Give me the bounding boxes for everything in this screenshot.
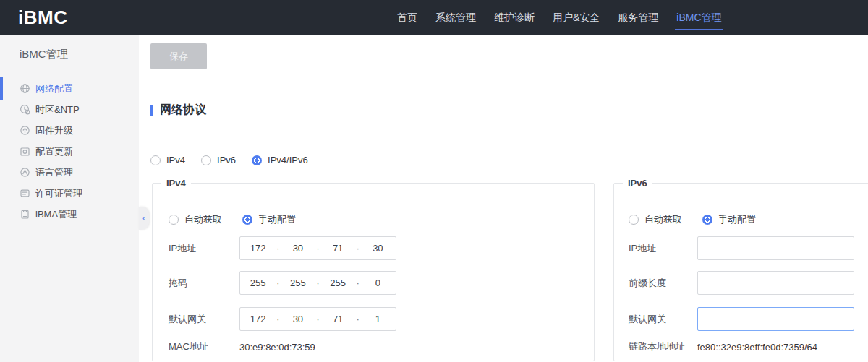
ipv6-ip-input[interactable] [697, 236, 854, 260]
radio-ipv6[interactable]: IPv6 [201, 155, 236, 165]
sidebar-menu: 网络配置 时区&NTP 固件升级 配置更新 语言管理 [0, 78, 139, 225]
ipv6-panel: IPv6 自动获取 手动配置 IP地址 前缀长度 默认网关 链路本地地址 fe8… [613, 178, 868, 361]
section-accent-bar [150, 105, 153, 116]
ipv4-ip-octet-2[interactable]: 30 [280, 243, 315, 254]
language-icon [20, 167, 30, 178]
ipv4-ip-label: IP地址 [169, 242, 239, 255]
nav-item-ibmc[interactable]: iBMC管理 [672, 0, 726, 35]
ipv4-ip-octet-4[interactable]: 30 [360, 243, 396, 254]
section-title: 网络协议 [160, 103, 206, 118]
nav-item-home[interactable]: 首页 [393, 0, 422, 35]
ipv6-link-local-label: 链路本地地址 [629, 340, 697, 353]
sidebar-item-label: 时区&NTP [35, 103, 80, 116]
ipv6-radio-auto[interactable]: 自动获取 [629, 213, 682, 226]
ipv6-radio-manual-circle[interactable] [702, 215, 712, 225]
sidebar-title: iBMC管理 [20, 48, 68, 61]
ipv4-gateway-octet-3[interactable]: 71 [320, 314, 356, 324]
ipv6-prefix-row: 前缀长度 [629, 271, 867, 295]
ipv4-mask-label: 掩码 [169, 277, 239, 290]
ipv6-link-local-row: 链路本地地址 fe80::32e9:8eff:fe0d:7359/64 [629, 340, 867, 353]
ipv6-link-local-value: fe80::32e9:8eff:fe0d:7359/64 [697, 342, 817, 353]
save-button[interactable]: 保存 [150, 43, 207, 69]
ipv4-ip-octet-1[interactable]: 172 [240, 243, 276, 254]
sidebar: iBMC管理 网络配置 时区&NTP 固件升级 配置更新 [0, 35, 139, 362]
ipv4-mode-radio-group: 自动获取 手动配置 [169, 213, 296, 226]
sidebar-item-config-update[interactable]: 配置更新 [0, 141, 139, 162]
radio-ipv4-circle[interactable] [150, 155, 161, 165]
radio-ipv4[interactable]: IPv4 [150, 155, 185, 165]
ipv4-ip-input[interactable]: 172 · 30 · 71 · 30 [239, 236, 396, 260]
ipv4-gateway-input[interactable]: 172 · 30 · 71 · 1 [239, 307, 396, 331]
ipv4-mac-label: MAC地址 [169, 340, 239, 353]
nav-item-service[interactable]: 服务管理 [613, 0, 663, 35]
sidebar-item-label: iBMA管理 [35, 208, 77, 221]
sidebar-item-label: 配置更新 [35, 145, 73, 158]
ipv4-mask-octet-2[interactable]: 255 [280, 277, 315, 288]
ipv4-mask-row: 掩码 255 · 255 · 255 · 0 [169, 271, 579, 295]
ipv4-mask-octet-4[interactable]: 0 [360, 277, 396, 288]
radio-ipv4-label: IPv4 [166, 155, 185, 165]
sidebar-item-language[interactable]: 语言管理 [0, 162, 139, 183]
ipv6-ip-label: IP地址 [629, 242, 697, 255]
ipv4-mask-input[interactable]: 255 · 255 · 255 · 0 [239, 271, 396, 295]
nav-item-system[interactable]: 系统管理 [431, 0, 480, 35]
globe-icon [20, 83, 30, 94]
ipv4-ip-octet-3[interactable]: 71 [320, 243, 356, 254]
protocol-radio-group: IPv4 IPv6 IPv4/IPv6 [150, 155, 308, 165]
ibma-box-icon [20, 209, 30, 220]
ipv4-mask-octet-3[interactable]: 255 [320, 277, 356, 288]
ipv4-gateway-label: 默认网关 [169, 313, 239, 326]
top-bar: iBMC 首页 系统管理 维护诊断 用户&安全 服务管理 iBMC管理 [0, 0, 868, 35]
ipv6-mode-radio-group: 自动获取 手动配置 [629, 213, 756, 226]
sidebar-item-license[interactable]: 许可证管理 [0, 183, 139, 204]
ipv4-radio-manual-label: 手动配置 [258, 213, 296, 226]
ipv6-radio-manual[interactable]: 手动配置 [702, 213, 756, 226]
sidebar-item-label: 语言管理 [35, 166, 73, 179]
ipv4-gateway-octet-2[interactable]: 30 [280, 314, 315, 324]
nav-item-maintenance[interactable]: 维护诊断 [490, 0, 539, 35]
sidebar-item-timezone-ntp[interactable]: 时区&NTP [0, 99, 139, 120]
sidebar-collapse-toggle[interactable]: ‹ [139, 207, 149, 230]
ipv4-gateway-octet-1[interactable]: 172 [240, 314, 276, 324]
radio-ipv4-ipv6-circle[interactable] [252, 155, 262, 165]
license-icon [20, 188, 30, 199]
ipv4-radio-manual-circle[interactable] [242, 215, 252, 225]
chevron-left-icon: ‹ [142, 213, 145, 223]
radio-ipv6-circle[interactable] [201, 155, 211, 165]
ipv6-radio-auto-label: 自动获取 [644, 213, 682, 226]
ipv4-mac-value: 30:e9:8e:0d:73:59 [239, 342, 315, 353]
ipv6-gateway-input[interactable] [697, 307, 854, 331]
ipv4-gateway-octet-4[interactable]: 1 [360, 314, 396, 324]
ipv4-gateway-row: 默认网关 172 · 30 · 71 · 1 [169, 307, 579, 331]
radio-ipv4-ipv6[interactable]: IPv4/IPv6 [252, 155, 308, 165]
ipv6-prefix-label: 前缀长度 [629, 277, 697, 290]
ipv4-radio-manual[interactable]: 手动配置 [242, 213, 296, 226]
ipv4-ip-row: IP地址 172 · 30 · 71 · 30 [169, 236, 579, 260]
ipv6-prefix-input[interactable] [697, 271, 854, 295]
ipv4-panel: IPv4 自动获取 手动配置 IP地址 172 · 30 · 71 · 30 掩… [152, 178, 595, 361]
config-refresh-icon [20, 146, 30, 157]
ipv6-gateway-label: 默认网关 [629, 313, 697, 326]
ipv4-radio-auto-circle[interactable] [169, 215, 179, 225]
ipv4-mac-row: MAC地址 30:e9:8e:0d:73:59 [169, 340, 579, 353]
ipv6-ip-row: IP地址 [629, 236, 867, 260]
radio-ipv4-ipv6-label: IPv4/IPv6 [268, 155, 308, 165]
ibmc-logo: iBMC [18, 7, 67, 29]
ipv6-panel-legend: IPv6 [623, 178, 652, 189]
ipv6-gateway-row: 默认网关 [629, 307, 867, 331]
sidebar-item-ibma[interactable]: iBMA管理 [0, 204, 139, 225]
section-header: 网络协议 [150, 103, 206, 118]
ipv4-radio-auto[interactable]: 自动获取 [169, 213, 222, 226]
ipv6-radio-auto-circle[interactable] [629, 215, 639, 225]
sidebar-item-network-config[interactable]: 网络配置 [0, 78, 139, 99]
ipv4-radio-auto-label: 自动获取 [184, 213, 222, 226]
ipv6-radio-manual-label: 手动配置 [718, 213, 756, 226]
ipv4-panel-legend: IPv4 [161, 178, 191, 189]
ipv4-mask-octet-1[interactable]: 255 [240, 277, 276, 288]
nav-item-user-security[interactable]: 用户&安全 [548, 0, 604, 35]
sidebar-item-label: 许可证管理 [35, 187, 82, 200]
clock-icon [20, 104, 30, 115]
radio-ipv6-label: IPv6 [217, 155, 236, 165]
sidebar-item-firmware-upgrade[interactable]: 固件升级 [0, 120, 139, 141]
top-navigation: 首页 系统管理 维护诊断 用户&安全 服务管理 iBMC管理 [393, 0, 726, 35]
